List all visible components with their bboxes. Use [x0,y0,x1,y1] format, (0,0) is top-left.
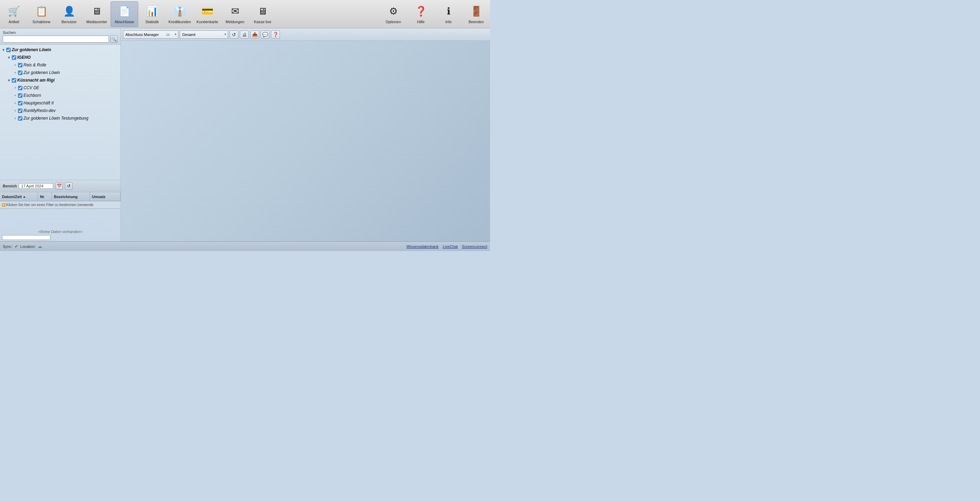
toolbar-item-statistik[interactable]: 📊Statistik [138,2,166,27]
th-umsatz[interactable]: Umsatz [90,192,121,201]
th-nr[interactable]: Nr [38,192,52,201]
th-nr-label: Nr [40,194,44,199]
tree-toggle-kussnacht[interactable]: ▼ [6,77,12,83]
th-bezeichnung[interactable]: Bezeichnung [52,192,90,201]
bereich-refresh-button[interactable]: ↺ [65,182,73,190]
statusbar: Sync: ✔ Location: ☁ Wissensdatenbank Liv… [0,241,490,251]
gesamt-select[interactable]: Gesamt [180,30,228,39]
toolbar-item-kreditkunden[interactable]: 👔Kreditkunden [166,2,194,27]
tree-checkbox-kussnacht[interactable] [12,78,16,83]
toolbar-icon-beenden: 🚪 [469,5,483,18]
tree-root[interactable]: ▼ Zur goldenen Löwin [0,46,121,54]
toolbar: 🛒Artikel📋Schablone👤Benutzer🖥Mediacenter📄… [0,0,490,28]
sidebar-bottom [0,234,121,241]
toolbar-item-hilfe[interactable]: ❓Hilfe [407,2,435,27]
tree-node-igeho[interactable]: ▼ IGEHO [0,54,121,61]
search-area: Suchen 🔍 [0,28,121,45]
content-btn-icon-refresh: ↺ [232,32,236,37]
livechat-link[interactable]: LiveChat [443,244,458,249]
tree-checkbox-reis-rolle[interactable] [18,63,22,67]
tree-node-runmyresto[interactable]: ＋ RunMyResto-dev [0,107,121,115]
tree-checkbox-testumgebung[interactable] [18,116,22,121]
tree-node-hauptgeschaft[interactable]: ＋ Hauptgeschäft II [0,99,121,107]
toolbar-item-abschlusse[interactable]: 📄Abschlüsse [111,2,138,27]
filter-row[interactable]: 🔽 Klicken Sie hier um einen Filter zu be… [0,201,121,209]
content-btn-export[interactable]: 📤 [250,30,259,39]
tree-label-testumgebung: Zur goldenen Löwin Testumgebung [24,116,89,121]
tree-label-ccv-de: CCV DE [24,85,39,90]
bereich-date: 17 April 2024 [19,183,53,189]
toolbar-item-schablone[interactable]: 📋Schablone [28,2,55,27]
tree-toggle-testumgebung[interactable]: ＋ [13,115,18,121]
tree-label-runmyresto: RunMyResto-dev [24,108,56,113]
tree-node-kussnacht[interactable]: ▼ Küssnacht am Rigi [0,76,121,84]
tree-toggle-runmyresto[interactable]: ＋ [13,108,18,113]
bereich-calendar-button[interactable]: 📅 [55,182,63,190]
search-input[interactable] [3,36,109,43]
screenconnect-link[interactable]: Screenconnect [462,244,487,249]
toolbar-label-benutzer: Benutzer [62,20,77,24]
toolbar-icon-abschlusse: 📄 [118,5,131,18]
tree-node-ccv-de[interactable]: ＋ CCV DE [0,84,121,92]
content-btn-print[interactable]: 🖨 [240,30,249,39]
toolbar-item-kundenkarte[interactable]: 💳Kundenkarte [194,2,221,27]
tree-checkbox-zur-goldenen-lowin[interactable] [18,70,22,75]
toolbar-label-hilfe: Hilfe [417,20,425,24]
gesamt-select-wrapper: Gesamt ▼ [180,30,228,39]
tree-toggle-ccv-de[interactable]: ＋ [13,85,18,91]
toolbar-item-artikel[interactable]: 🛒Artikel [0,2,28,27]
tree-node-reis-rolle[interactable]: ＋ Reis & Rolle [0,61,121,69]
th-datetime[interactable]: Datum/Zeit ▲ [0,192,38,201]
bereich-label: Bereich [3,184,17,188]
toolbar-label-kasse-live: Kasse live [254,20,271,24]
toolbar-item-kasse-live[interactable]: 🖥Kasse live [249,2,277,27]
tree-toggle-reis-rolle[interactable]: ＋ [13,62,18,68]
tree-checkbox-eschborn[interactable] [18,93,22,98]
tree-node-zur-goldenen-lowin[interactable]: ＋ Zur goldenen Löwin [0,69,121,76]
tree-checkbox-ccv-de[interactable] [18,86,22,90]
tree-toggle-hauptgeschaft[interactable]: ＋ [13,100,18,106]
tree-checkbox-igeho[interactable] [12,55,16,60]
toolbar-label-kreditkunden: Kreditkunden [169,20,191,24]
tree-root-toggle[interactable]: ▼ [1,47,6,53]
tree-children: ▼ IGEHO ＋ Reis & Rolle ＋ Zur goldenen Lö… [0,54,121,122]
toolbar-label-statistik: Statistik [145,20,159,24]
tree-toggle-eschborn[interactable]: ＋ [13,92,18,98]
toolbar-item-optionen[interactable]: ⚙Optionen [379,2,407,27]
module-select[interactable]: Abschluss Manager [123,30,178,39]
search-row: 🔍 [3,35,118,43]
th-datetime-label: Datum/Zeit [2,194,22,199]
toolbar-item-benutzer[interactable]: 👤Benutzer [55,2,83,27]
tree-checkbox-runmyresto[interactable] [18,108,22,113]
content-btn-icon-help: ❓ [273,32,278,37]
tree-root-label: Zur goldenen Löwin [12,47,51,52]
toolbar-icon-statistik: 📊 [145,5,159,18]
content-btn-comment[interactable]: 💬 [261,30,269,39]
sync-label: Sync: [3,244,13,249]
toolbar-item-beenden[interactable]: 🚪Beenden [462,2,490,27]
wissensdatenbank-link[interactable]: Wissensdatenbank [406,244,439,249]
toolbar-label-optionen: Optionen [386,20,401,24]
toolbar-icon-kreditkunden: 👔 [173,5,186,18]
search-button[interactable]: 🔍 [110,35,118,43]
statusbar-left: Sync: ✔ Location: ☁ [3,244,42,249]
toolbar-label-beenden: Beenden [469,20,484,24]
tree-toggle-zur-goldenen-lowin[interactable]: ＋ [13,70,18,75]
filter-hint: Klicken Sie hier um einen Filter zu best… [6,203,93,207]
tree-root-checkbox[interactable] [6,48,11,52]
tree-label-reis-rolle: Reis & Rolle [24,62,46,67]
toolbar-item-info[interactable]: ℹInfo [435,2,462,27]
content-area: Abschluss Manager 🗂 ▼ Gesamt ▼ ↺🖨📤💬❓ [121,28,490,241]
toolbar-item-mediacenter[interactable]: 🖥Mediacenter [83,2,111,27]
toolbar-item-meldungen[interactable]: ✉Meldungen [221,2,249,27]
tree-toggle-igeho[interactable]: ▼ [6,55,12,60]
content-toolbar: Abschluss Manager 🗂 ▼ Gesamt ▼ ↺🖨📤💬❓ [121,28,490,41]
sidebar: Suchen 🔍 ▼ Zur goldenen Löwin ▼ IGEHO ＋ … [0,28,121,241]
tree-checkbox-hauptgeschaft[interactable] [18,101,22,105]
tree-node-testumgebung[interactable]: ＋ Zur goldenen Löwin Testumgebung [0,115,121,122]
content-main [121,41,490,241]
content-btn-refresh[interactable]: ↺ [229,30,239,39]
toolbar-label-abschlusse: Abschlüsse [115,20,134,24]
tree-node-eschborn[interactable]: ＋ Eschborn [0,92,121,99]
content-btn-help[interactable]: ❓ [271,30,280,39]
